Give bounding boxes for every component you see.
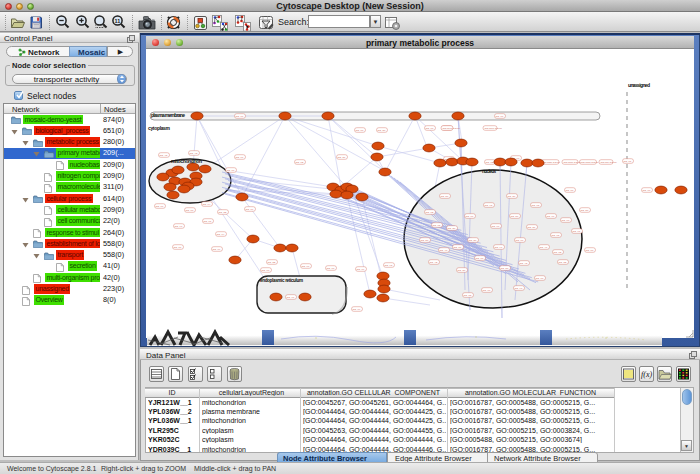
- svg-text:GO:006 GO:00: GO:006 GO:00: [601, 161, 618, 164]
- svg-text:GO:0088 GO:00: GO:0088 GO:00: [581, 161, 599, 164]
- svg-text:GO~06: GO~06: [466, 215, 474, 218]
- svg-text:GO~20: GO~20: [378, 129, 386, 132]
- svg-text:f(x): f(x): [641, 370, 652, 379]
- svg-text:GO~40: GO~40: [440, 249, 448, 252]
- svg-text:GO~26: GO~26: [508, 195, 516, 198]
- svg-text:GO~07: GO~07: [236, 156, 244, 159]
- svg-text:GO~66: GO~66: [302, 265, 310, 268]
- svg-text:GO~75: GO~75: [433, 224, 441, 227]
- svg-text:GO~71: GO~71: [573, 230, 581, 233]
- svg-text:GO~70: GO~70: [483, 289, 491, 292]
- svg-text:mitochondrion: mitochondrion: [171, 158, 202, 164]
- svg-text:GO~81: GO~81: [624, 160, 632, 163]
- svg-text:GO~20: GO~20: [458, 269, 466, 272]
- svg-text:GO~10: GO~10: [227, 169, 235, 172]
- svg-text:GO~00: GO~00: [566, 189, 574, 192]
- svg-text:GO~32: GO~32: [559, 261, 567, 264]
- svg-text:GO~43: GO~43: [190, 152, 198, 155]
- svg-text:GO~45: GO~45: [160, 154, 168, 157]
- svg-text:cytoplasm: cytoplasm: [148, 125, 171, 131]
- svg-text:GO~87: GO~87: [174, 246, 182, 249]
- svg-text:GO~65: GO~65: [552, 234, 560, 237]
- svg-text:GO~02: GO~02: [486, 161, 494, 164]
- svg-text:GO~70: GO~70: [643, 189, 651, 192]
- svg-text:GO~08: GO~08: [476, 257, 484, 260]
- svg-text:GO:0070 GO:00: GO:0070 GO:00: [564, 161, 582, 164]
- svg-text:GO~79: GO~79: [353, 308, 361, 311]
- svg-text:GO~17: GO~17: [287, 296, 295, 299]
- svg-text:plasma membrane: plasma membrane: [151, 112, 185, 118]
- svg-text:GO~85: GO~85: [464, 294, 472, 297]
- svg-text:GO:0050 GO:00: GO:0050 GO:00: [543, 161, 561, 164]
- svg-text:GO~79: GO~79: [213, 248, 221, 251]
- svg-text:GO:0047 GO:00: GO:0047 GO:00: [443, 127, 461, 130]
- svg-text:GO~27: GO~27: [528, 226, 536, 229]
- svg-text:GO~50: GO~50: [581, 209, 589, 212]
- svg-text:GO~28: GO~28: [448, 227, 456, 230]
- svg-text:GO~56: GO~56: [511, 215, 519, 218]
- svg-text:GO~00: GO~00: [516, 239, 524, 242]
- svg-text:GO~06: GO~06: [156, 205, 164, 208]
- svg-text:GO~32: GO~32: [219, 211, 227, 214]
- svg-text:GO~60: GO~60: [262, 269, 270, 272]
- svg-text:GO~18: GO~18: [327, 267, 335, 270]
- svg-text:GO~30: GO~30: [469, 239, 477, 242]
- svg-text:GO~02: GO~02: [296, 161, 304, 164]
- svg-text:GO~08: GO~08: [536, 277, 544, 280]
- svg-text:GO~65: GO~65: [532, 204, 540, 207]
- svg-text:GO~58: GO~58: [501, 267, 509, 270]
- svg-text:unassigned: unassigned: [628, 82, 650, 88]
- svg-text:GO~74: GO~74: [203, 203, 211, 206]
- svg-text:GO~22: GO~22: [268, 261, 276, 264]
- svg-text:GO~00: GO~00: [186, 209, 194, 212]
- svg-text:GO:0090 GO:00: GO:0090 GO:00: [485, 127, 503, 130]
- svg-text:11: 11: [115, 18, 121, 24]
- svg-text:GO~95: GO~95: [485, 204, 493, 207]
- svg-text:GO~09: GO~09: [246, 208, 254, 211]
- svg-text:GO~27: GO~27: [338, 156, 346, 159]
- svg-text:GO~66: GO~66: [492, 225, 500, 228]
- svg-text:GO~14: GO~14: [217, 233, 225, 236]
- svg-text:GO~56: GO~56: [441, 195, 449, 198]
- svg-text:GO~87: GO~87: [454, 246, 462, 249]
- svg-text:GO~08: GO~08: [426, 127, 434, 130]
- svg-text:GO~00: GO~00: [586, 249, 594, 252]
- svg-text:nucleus: nucleus: [482, 169, 496, 174]
- svg-text:endoplasmic reticulum: endoplasmic reticulum: [260, 278, 303, 283]
- svg-text:GO~43: GO~43: [520, 262, 528, 265]
- svg-text:GO~00: GO~00: [356, 129, 364, 132]
- svg-text:GO~47: GO~47: [540, 246, 548, 249]
- svg-text:GO~42: GO~42: [430, 261, 438, 264]
- svg-text:GO~60: GO~60: [562, 219, 570, 222]
- svg-text:GO~98: GO~98: [515, 287, 523, 290]
- svg-text:GO~97: GO~97: [495, 246, 503, 249]
- svg-text:GO~02: GO~02: [426, 211, 434, 214]
- svg-text:GO~06: GO~06: [236, 115, 244, 118]
- svg-text:GO~16: GO~16: [547, 215, 555, 218]
- svg-text:GO~95: GO~95: [385, 264, 393, 267]
- svg-text:GO~81: GO~81: [204, 220, 212, 223]
- svg-text:GO~06: GO~06: [496, 115, 504, 118]
- svg-text:GO~96: GO~96: [175, 225, 183, 228]
- svg-text:GO~50: GO~50: [421, 239, 429, 242]
- svg-text:GO~82: GO~82: [554, 251, 562, 254]
- svg-text:GO~19: GO~19: [357, 268, 365, 271]
